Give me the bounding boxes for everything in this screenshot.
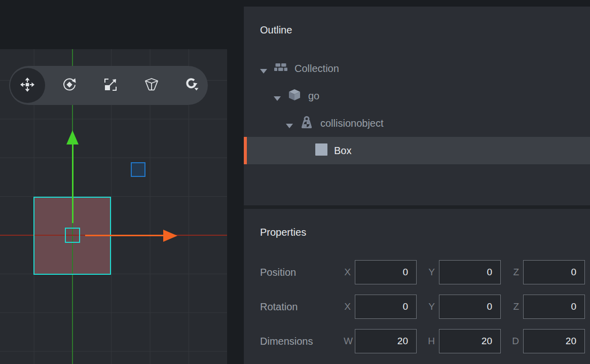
box-shape-icon (315, 143, 327, 158)
tree-row-collection[interactable]: Collection (244, 55, 590, 82)
position-z-field[interactable] (523, 260, 585, 284)
viewport-toolbar (9, 66, 208, 105)
outline-panel: Outline C (244, 7, 590, 205)
tree-row-game-object[interactable]: go (244, 82, 590, 110)
dimensions-row: Dimensions W H D (244, 329, 590, 353)
move-tool-button[interactable] (20, 77, 35, 92)
axis-y-label: Y (428, 267, 435, 278)
collapse-caret-icon[interactable] (274, 94, 281, 98)
collapse-caret-icon[interactable] (286, 121, 293, 126)
position-row: Position X Y Z (244, 260, 590, 284)
axis-d-label: D (512, 336, 519, 347)
dimensions-h-field[interactable] (439, 329, 501, 353)
tree-label: go (308, 90, 319, 102)
properties-panel: Properties Position X Y Z Rotation (244, 209, 590, 364)
panel-divider (244, 205, 590, 209)
collapse-caret-icon[interactable] (260, 66, 267, 71)
frustum-icon (144, 77, 159, 92)
rotation-x-field[interactable] (355, 295, 417, 319)
tree-label: Box (334, 145, 351, 157)
tree-row-collision-object[interactable]: collisionobject (244, 110, 590, 137)
game-object-icon (287, 88, 302, 104)
move-gizmo-y-arrowhead[interactable] (66, 130, 79, 144)
tree-row-box-selected[interactable]: Box (244, 137, 590, 164)
tree-label: collisionobject (320, 118, 384, 129)
perspective-camera-tool-button[interactable] (144, 77, 159, 92)
rotate-tool-button[interactable] (62, 77, 77, 92)
axis-z-label: Z (512, 267, 519, 278)
rotation-z-field[interactable] (523, 295, 585, 319)
collection-icon (274, 60, 288, 77)
rotate-icon (62, 77, 77, 92)
move-gizmo-y-arrow[interactable] (72, 144, 73, 223)
dimensions-w-field[interactable] (355, 329, 417, 353)
axis-z-label: Z (512, 301, 519, 312)
orbit-rotate-icon (183, 77, 199, 92)
tree-label: Collection (294, 63, 339, 75)
outline-tree: Collection go (244, 55, 590, 164)
scale-icon (103, 77, 118, 92)
position-label: Position (260, 267, 344, 278)
scene-viewport[interactable] (0, 49, 227, 364)
properties-title: Properties (260, 226, 590, 239)
outline-title: Outline (260, 23, 590, 37)
scene-object-blue-square[interactable] (131, 162, 145, 177)
right-panel: Outline C (244, 7, 590, 364)
rotation-row: Rotation X Y Z (244, 295, 590, 319)
axis-y-label: Y (428, 301, 435, 312)
rotation-y-field[interactable] (439, 295, 501, 319)
position-x-field[interactable] (355, 260, 417, 284)
collision-object-icon (300, 115, 314, 131)
move-gizmo-center-handle[interactable] (65, 228, 80, 243)
orbit-camera-tool-button[interactable] (183, 77, 199, 92)
dimensions-d-field[interactable] (523, 329, 585, 353)
position-y-field[interactable] (439, 260, 501, 284)
axis-x-label: X (344, 301, 351, 312)
scale-tool-button[interactable] (103, 77, 118, 92)
axis-h-label: H (428, 336, 435, 347)
dimensions-label: Dimensions (260, 336, 344, 347)
axis-w-label: W (344, 336, 351, 347)
axis-x-label: X (344, 267, 351, 278)
move-gizmo-x-arrowhead[interactable] (163, 230, 177, 242)
move-icon (20, 77, 35, 92)
rotation-label: Rotation (260, 301, 344, 313)
move-gizmo-x-arrow[interactable] (85, 235, 164, 236)
